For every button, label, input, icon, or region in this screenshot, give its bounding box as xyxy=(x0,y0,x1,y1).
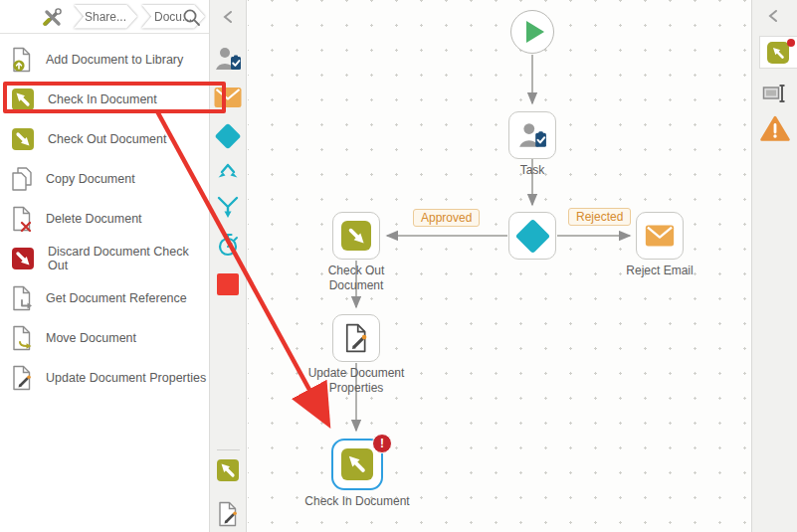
add-document-icon xyxy=(11,47,33,73)
decision-icon xyxy=(514,218,549,253)
check-in-icon xyxy=(767,42,789,64)
check-in-document-icon[interactable] xyxy=(216,458,240,482)
tools-icon xyxy=(40,5,64,29)
node-check-out-document[interactable] xyxy=(332,212,380,260)
node-start[interactable] xyxy=(510,10,554,54)
breadcrumb-label: Share... xyxy=(85,10,126,24)
properties-sidebar xyxy=(751,0,797,532)
check-in-icon xyxy=(11,88,35,111)
node-update-document-properties[interactable] xyxy=(332,314,380,362)
error-badge[interactable]: ! xyxy=(372,434,392,453)
collapse-panel-chevron-icon[interactable] xyxy=(221,9,235,25)
action-item-move-document[interactable]: Move Document xyxy=(0,318,209,358)
action-item-label: Copy Document xyxy=(46,172,135,186)
rename-icon[interactable] xyxy=(762,84,788,103)
start-icon xyxy=(526,21,544,43)
action-item-label: Delete Document xyxy=(46,212,142,226)
action-item-label: Update Document Properties xyxy=(46,371,206,385)
edge-label-approved: Approved xyxy=(413,209,480,227)
user-task-icon[interactable] xyxy=(214,46,242,72)
check-in-icon xyxy=(341,448,373,480)
stencil-toolbar xyxy=(210,0,247,532)
update-document-properties-icon xyxy=(343,323,369,353)
action-list: Add Document to Library Check In Documen… xyxy=(0,34,209,398)
timer-icon[interactable] xyxy=(216,232,240,258)
node-label-check-out-document: Check Out Document xyxy=(306,264,406,293)
split-icon[interactable] xyxy=(216,163,240,183)
action-item-label: Check Out Document xyxy=(48,132,167,146)
node-reject-email[interactable] xyxy=(636,212,684,260)
breadcrumb-item-share[interactable]: Share... xyxy=(74,5,137,29)
email-icon xyxy=(645,225,675,247)
toolbar-divider xyxy=(217,449,240,450)
action-item-label: Discard Document Check Out xyxy=(48,245,209,272)
action-item-check-in-document[interactable]: Check In Document xyxy=(0,80,209,119)
action-item-discard-document-check-out[interactable]: Discard Document Check Out xyxy=(0,239,209,278)
action-item-update-document-properties[interactable]: Update Document Properties xyxy=(0,358,209,398)
node-label-update-document-properties: Update Document Properties xyxy=(297,366,416,396)
search-icon[interactable] xyxy=(182,8,201,31)
decision-icon[interactable] xyxy=(219,127,238,146)
tab-check-in-document[interactable] xyxy=(759,36,797,69)
update-document-properties-icon xyxy=(11,365,33,391)
discard-check-out-icon xyxy=(11,247,35,270)
action-item-label: Add Document to Library xyxy=(46,53,183,67)
copy-document-icon xyxy=(11,166,33,192)
action-item-add-document-to-library[interactable]: Add Document to Library xyxy=(0,40,209,80)
node-label-reject-email: Reject Email xyxy=(610,264,709,278)
merge-icon[interactable] xyxy=(216,196,240,220)
email-icon[interactable] xyxy=(214,88,242,108)
alert-dot xyxy=(787,39,795,47)
action-item-label: Get Document Reference xyxy=(46,291,187,305)
workflow-designer: Share... Docu... Add xyxy=(0,0,797,532)
actions-panel: Share... Docu... Add xyxy=(0,0,210,532)
error-badge-glyph: ! xyxy=(380,437,384,450)
update-document-properties-icon[interactable] xyxy=(217,501,239,527)
node-label-check-in-document: Check In Document xyxy=(293,494,422,509)
action-item-get-document-reference[interactable]: Get Document Reference xyxy=(0,278,209,318)
action-item-label: Check In Document xyxy=(48,92,157,106)
check-out-icon xyxy=(341,221,371,251)
node-task[interactable] xyxy=(508,111,556,159)
action-item-check-out-document[interactable]: Check Out Document xyxy=(0,119,209,159)
edge-label-rejected: Rejected xyxy=(568,208,631,226)
user-task-icon xyxy=(517,121,547,149)
breadcrumb: Share... Docu... xyxy=(0,0,209,34)
end-icon[interactable] xyxy=(217,273,239,295)
action-item-label: Move Document xyxy=(46,331,136,345)
check-out-icon xyxy=(11,127,35,151)
expand-panel-chevron-icon[interactable] xyxy=(766,8,780,28)
node-label-task: Task xyxy=(483,163,582,178)
node-decision[interactable] xyxy=(508,212,556,260)
warnings-icon[interactable] xyxy=(760,115,790,142)
action-item-delete-document[interactable]: Delete Document xyxy=(0,199,209,239)
move-document-icon xyxy=(11,325,33,351)
workflow-canvas[interactable]: Task Check Out Document Rejec xyxy=(248,0,751,532)
delete-document-icon xyxy=(11,206,33,232)
action-item-copy-document[interactable]: Copy Document xyxy=(0,159,209,199)
get-document-reference-icon xyxy=(11,285,33,311)
